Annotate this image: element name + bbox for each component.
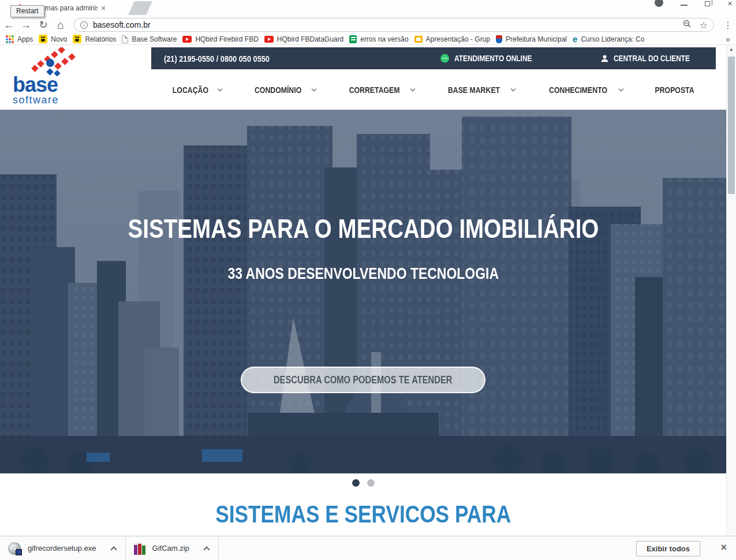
youtube-icon [182,36,192,43]
show-all-downloads-button[interactable]: Exibir todos [636,541,700,557]
page-scrollbar[interactable]: ▲ [726,45,736,536]
site-topbar: (21) 2195-0550 / 0800 050 0550 ATENDIMEN… [151,47,716,69]
url-text[interactable]: basesoft.com.br [93,20,683,29]
bookmark-item[interactable]: Prefeitura Municipal [496,35,567,43]
paw-icon [73,35,81,43]
tab-strip: Sistemas para administra × × Restart [0,0,736,16]
chat-bubble-icon [440,54,450,64]
crest-icon [496,35,502,43]
nav-item-corretagem[interactable]: CORRETAGEM [343,85,414,95]
logo-subtext: software [13,94,88,106]
bookmark-item[interactable]: Base Software [122,35,177,43]
bookmarks-bar: Apps Novo Relatórios Base Software HQbir… [0,33,736,45]
browser-window: Sistemas para administra × × Restart ← →… [0,0,736,560]
winrar-icon [134,542,145,555]
chevron-down-icon [619,86,623,91]
new-tab-button[interactable] [128,1,152,15]
restore-button[interactable] [705,1,710,6]
bookmark-item[interactable]: erros na versão [349,35,408,43]
close-window-button[interactable]: × [727,0,733,8]
hero-title: SISTEMAS PARA O MERCADO IMOBILIÁRIO [0,212,726,244]
paw-icon [39,35,47,43]
nav-item-proposta[interactable]: PROPOSTA [651,85,698,95]
bookmark-item[interactable]: eCurso Liderança: Co [573,35,644,43]
zoom-out-icon[interactable] [683,20,692,30]
bookmark-item[interactable]: Apresentação - Grup [414,35,490,43]
site-header: base software (21) 2195-0550 / 0800 050 … [0,45,726,110]
download-shelf: gifrecordersetup.exe GifCam.zip Exibir t… [0,536,736,560]
restart-tooltip: Restart [10,5,44,17]
hero-cta-button[interactable]: DESCUBRA COMO PODEMOS TE ATENDER [241,367,485,393]
page-icon [122,35,128,43]
close-download-shelf-icon[interactable]: × [720,542,727,554]
chrome-menu-icon[interactable]: ⋮ [720,20,736,31]
nav-item-locacao[interactable]: LOCAÇÃO [169,85,222,95]
profile-avatar-icon[interactable] [655,0,663,7]
forward-button[interactable]: → [17,19,35,31]
atendimento-online-link[interactable]: ATENDIMENTO ONLINE [440,54,546,64]
scrollbar-thumb[interactable] [728,57,735,194]
nav-item-condominio[interactable]: CONDOMÍNIO [249,85,316,95]
bookmark-star-icon[interactable]: ☆ [700,20,708,31]
city-skyline-image [0,110,726,473]
chevron-down-icon [217,86,222,91]
address-bar[interactable]: i basesoft.com.br ☆ [74,18,714,32]
apps-grid-icon [6,35,14,43]
nav-item-conhecimento[interactable]: CONHECIMENTO [543,85,623,95]
central-do-cliente-link[interactable]: CENTRAL DO CLIENTE [600,54,703,63]
hero-subtitle: 33 ANOS DESENVOLVENDO TECNOLOGIA [0,264,726,283]
carousel-dot[interactable] [367,479,375,487]
nav-item-base-market[interactable]: BASE MARKET [442,85,515,95]
page-viewport: base software (21) 2195-0550 / 0800 050 … [0,45,736,536]
home-button[interactable]: ⌂ [52,18,69,32]
page-info-icon[interactable]: i [80,21,88,29]
tab-close-icon[interactable]: × [101,4,106,12]
person-icon [600,54,609,63]
site-logo[interactable]: base software [13,47,88,106]
scroll-up-arrow-icon[interactable]: ▲ [727,47,736,52]
youtube-icon [264,36,274,43]
phone-numbers: (21) 2195-0550 / 0800 050 0550 [164,54,288,64]
bookmark-item[interactable]: Novo [39,35,67,43]
download-item[interactable]: gifrecordersetup.exe [0,536,126,560]
bookmarks-overflow-chevron[interactable]: » [726,35,730,44]
apps-shortcut[interactable]: Apps [6,35,33,43]
download-menu-chevron-icon[interactable] [203,546,210,552]
hero-banner: SISTEMAS PARA O MERCADO IMOBILIÁRIO 33 A… [0,110,726,473]
back-button[interactable]: ← [0,19,17,31]
edge-icon: e [573,35,577,43]
chevron-down-icon [312,86,316,91]
bookmark-item[interactable]: HQbird FBDataGuard [264,35,343,43]
chevron-down-icon [410,86,415,91]
bookmark-item[interactable]: HQbird Firebird FBD [182,35,258,43]
download-item[interactable]: GifCam.zip [126,536,219,560]
logo-diamonds-icon [23,47,83,76]
chevron-down-icon [511,86,515,91]
sheets-icon [349,35,357,43]
carousel-dot-active[interactable] [352,479,360,487]
site-nav: LOCAÇÃO CONDOMÍNIO CORRETAGEM BASE MARKE… [151,69,716,110]
download-menu-chevron-icon[interactable] [110,546,117,552]
reload-button[interactable]: ↻ [35,18,52,31]
bookmark-item[interactable]: Relatórios [73,35,116,43]
section-heading: SISTEMAS E SERVICOS PARA [0,500,726,528]
browser-toolbar: ← → ↻ ⌂ i basesoft.com.br ☆ ⋮ [0,16,736,33]
installer-disc-icon [8,542,21,555]
carousel-dots [0,479,726,487]
logo-text: base [13,76,88,94]
slides-icon [414,36,423,43]
minimize-button[interactable] [681,5,688,6]
